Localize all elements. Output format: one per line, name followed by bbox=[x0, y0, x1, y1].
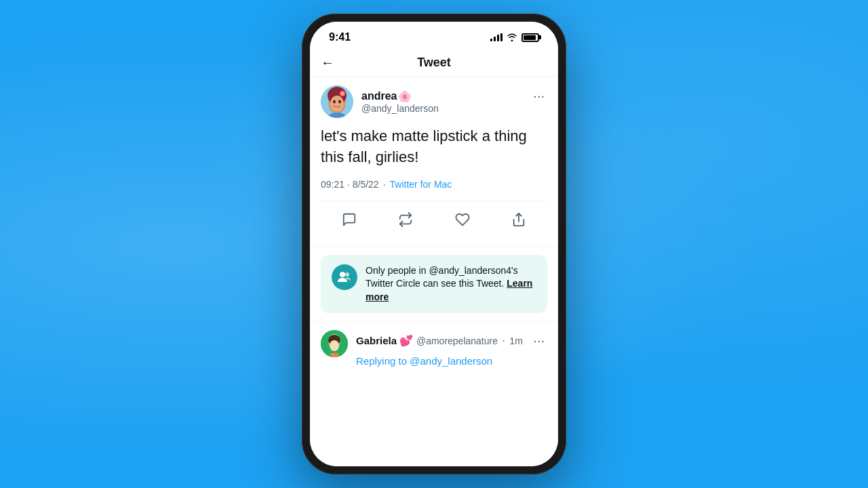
circle-notice-text: Only people in @andy_landerson4's Twitte… bbox=[366, 264, 536, 304]
replying-to-label: Replying to bbox=[356, 355, 407, 367]
reply-user-name: Gabriela bbox=[356, 335, 397, 346]
back-button[interactable]: ← bbox=[321, 55, 334, 70]
tweet-container: andrea 🌸 @andy_landerson ··· let's make … bbox=[310, 77, 558, 466]
tweet-text: let's make matte lipstick a thing this f… bbox=[321, 126, 547, 168]
svg-point-7 bbox=[333, 100, 336, 104]
nav-title: Tweet bbox=[417, 56, 451, 70]
reply-button[interactable] bbox=[336, 207, 362, 232]
circle-people-icon bbox=[337, 270, 352, 285]
user-info: andrea 🌸 @andy_landerson bbox=[361, 90, 439, 114]
reply-text: Replying to @andy_landerson bbox=[356, 354, 547, 368]
svg-rect-18 bbox=[330, 353, 338, 357]
circle-icon bbox=[332, 264, 357, 290]
avatar[interactable] bbox=[321, 85, 353, 118]
retweet-icon bbox=[398, 212, 413, 227]
nav-header: ← Tweet bbox=[310, 49, 558, 77]
svg-point-8 bbox=[338, 100, 341, 104]
status-icons bbox=[490, 33, 539, 42]
reply-more-button[interactable]: ··· bbox=[530, 330, 547, 351]
user-left: andrea 🌸 @andy_landerson bbox=[321, 85, 439, 118]
retweet-button[interactable] bbox=[393, 207, 418, 232]
like-button[interactable] bbox=[450, 207, 475, 232]
phone-frame: 9:41 ← Tweet bbox=[302, 14, 566, 474]
reply-handle-text: @amorepelanature bbox=[416, 336, 498, 346]
more-options-button[interactable]: ··· bbox=[530, 85, 547, 106]
user-emoji: 🌸 bbox=[398, 90, 412, 103]
share-button[interactable] bbox=[506, 207, 532, 232]
tweet-main: andrea 🌸 @andy_landerson ··· let's make … bbox=[310, 77, 558, 247]
status-bar: 9:41 bbox=[310, 22, 558, 49]
user-handle: @andy_landerson bbox=[361, 103, 439, 114]
svg-point-6 bbox=[330, 96, 344, 112]
action-bar bbox=[321, 201, 547, 238]
svg-point-13 bbox=[345, 272, 349, 277]
svg-point-17 bbox=[330, 340, 339, 351]
share-icon bbox=[511, 212, 526, 227]
tweet-meta: 09:21 · 8/5/22 · Twitter for Mac bbox=[321, 179, 547, 190]
separator: · bbox=[383, 179, 386, 190]
user-name: andrea 🌸 bbox=[361, 90, 439, 103]
status-time: 9:41 bbox=[329, 31, 351, 43]
reply-mention[interactable]: @andy_landerson bbox=[410, 355, 492, 367]
svg-point-12 bbox=[340, 272, 345, 277]
reply-tweet: Gabriela 💕 @amorepelanature · 1m ··· Rep… bbox=[310, 321, 558, 376]
tweet-source-link[interactable]: Twitter for Mac bbox=[390, 179, 452, 190]
reply-content: Gabriela 💕 @amorepelanature · 1m ··· Rep… bbox=[356, 330, 547, 368]
like-icon bbox=[455, 212, 470, 227]
reply-header: Gabriela 💕 @amorepelanature · 1m ··· bbox=[356, 330, 547, 351]
signal-bars-icon bbox=[490, 33, 502, 41]
tweet-time: 09:21 · 8/5/22 bbox=[321, 179, 379, 190]
phone-screen: 9:41 ← Tweet bbox=[310, 22, 558, 466]
reply-user-emoji: 💕 bbox=[399, 335, 413, 346]
circle-notice: Only people in @andy_landerson4's Twitte… bbox=[321, 255, 547, 314]
user-row: andrea 🌸 @andy_landerson ··· bbox=[321, 85, 547, 118]
reply-avatar[interactable] bbox=[321, 330, 348, 357]
svg-point-5 bbox=[341, 92, 344, 95]
circle-learn-more-link[interactable]: Learn more bbox=[366, 278, 532, 302]
reply-user-info: Gabriela 💕 @amorepelanature · 1m bbox=[356, 334, 523, 347]
reply-dot: · bbox=[502, 335, 505, 346]
reply-time: 1m bbox=[509, 336, 522, 346]
reply-icon bbox=[342, 212, 357, 227]
battery-icon bbox=[521, 33, 539, 42]
wifi-icon bbox=[507, 33, 517, 41]
